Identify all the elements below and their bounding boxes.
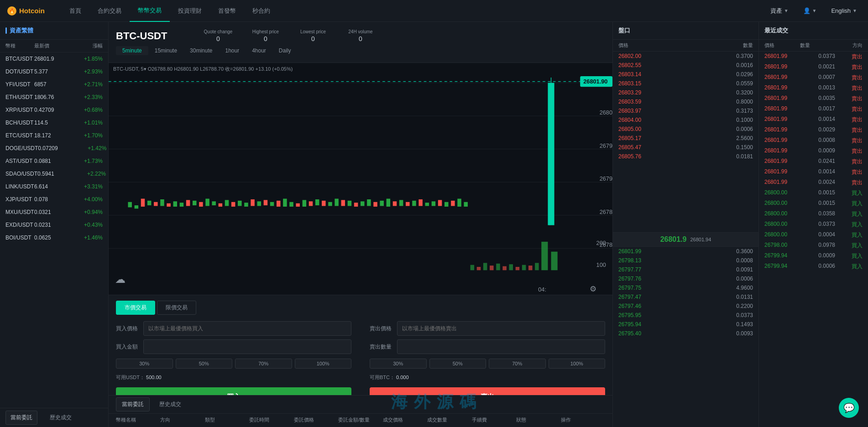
ob-sell-row[interactable]: 26803.97 0.3173 (613, 106, 758, 115)
fr-trade-row[interactable]: 26801.99 0.0373 賣出 (759, 52, 868, 62)
nav-link-首頁[interactable]: 首頁 (61, 0, 89, 22)
coin-row[interactable]: XJP/USDT 0.078 +4.00% (0, 193, 108, 206)
fr-trade-row[interactable]: 26800.00 0.0358 買入 (759, 209, 868, 219)
nav-link-投資理財[interactable]: 投資理財 (170, 0, 210, 22)
frcol-headers: 價格 數量 方向 (759, 40, 868, 52)
fr-trade-row[interactable]: 26798.00 0.0978 買入 (759, 240, 868, 251)
fr-trade-row[interactable]: 26799.94 0.0006 買入 (759, 261, 868, 272)
sidebar-bottom-tab-1[interactable]: 歷史成交 (45, 411, 77, 425)
account-menu[interactable]: 👤 ▼ (800, 5, 821, 16)
ob-buy-row[interactable]: 26797.46 0.2200 (613, 302, 758, 311)
svg-rect-82 (541, 242, 548, 270)
sell-pct-btn[interactable]: 70% (489, 359, 546, 369)
ob-sell-row[interactable]: 26803.59 0.8000 (613, 97, 758, 106)
ob-buy-row[interactable]: 26801.99 0.3600 (613, 247, 758, 256)
ob-buy-row[interactable]: 26797.47 0.0131 (613, 292, 758, 302)
nav-link-首發幣[interactable]: 首發幣 (210, 0, 244, 22)
logo[interactable]: 🔥 Hotcoin (7, 6, 48, 16)
coin-row[interactable]: DOGE/USDT 0.07209 +1.42% (0, 142, 108, 155)
trade-tab-限價交易[interactable]: 限價交易 (157, 301, 196, 315)
sell-pct-btn[interactable]: 100% (549, 359, 606, 369)
time-btn-Daily[interactable]: Daily (272, 46, 298, 55)
ob-sell-row[interactable]: 26804.00 0.1000 (613, 115, 758, 125)
coin-row[interactable]: EXD/USDT 0.0231 +0.43% (0, 219, 108, 231)
ob-buy-row[interactable]: 26798.13 0.0008 (613, 256, 758, 265)
sell-amount-input[interactable] (397, 339, 605, 354)
buy-pct-btn[interactable]: 100% (295, 359, 352, 369)
fr-trade-row[interactable]: 26799.94 0.0009 買入 (759, 251, 868, 261)
bottom-tab-1[interactable]: 歷史成交 (153, 397, 187, 411)
time-btn-30minute[interactable]: 30minute (183, 46, 219, 55)
ob-buy-row[interactable]: 26797.76 0.0006 (613, 274, 758, 283)
fr-trade-row[interactable]: 26801.99 0.0014 賣出 (759, 115, 868, 125)
nav-link-合約交易[interactable]: 合約交易 (89, 0, 130, 22)
time-btn-1hour[interactable]: 1hour (219, 46, 246, 55)
sell-pct-btn[interactable]: 30% (370, 359, 427, 369)
fr-trade-row[interactable]: 26801.99 0.0013 賣出 (759, 83, 868, 94)
buy-price-input[interactable] (143, 321, 351, 336)
sell-pct-btn[interactable]: 50% (429, 359, 486, 369)
coin-row[interactable]: XRP/USDT 0.42709 +0.68% (0, 104, 108, 116)
sell-price-input[interactable] (397, 321, 605, 336)
trade-tab-市價交易[interactable]: 市價交易 (116, 301, 155, 315)
ob-sell-row[interactable]: 26802.00 0.3700 (613, 52, 758, 61)
fr-trade-row[interactable]: 26801.99 0.0021 賣出 (759, 62, 868, 73)
time-btn-15minute[interactable]: 15minute (148, 46, 183, 55)
ob-buy-row[interactable]: 26795.95 0.0373 (613, 311, 758, 320)
trade-panel: 市價交易限價交易 買入價格 買入金額 30%50%70%100% 可用USDT： (109, 295, 612, 395)
fr-trade-row[interactable]: 26801.99 0.0035 賣出 (759, 94, 868, 104)
ob-sell-row[interactable]: 26805.47 0.1500 (613, 143, 758, 152)
fr-trade-row[interactable]: 26800.00 0.0004 買入 (759, 230, 868, 240)
ob-sell-row[interactable]: 26803.15 0.0559 (613, 79, 758, 88)
fr-trade-row[interactable]: 26801.99 0.0241 賣出 (759, 156, 868, 167)
bottom-tab-0[interactable]: 當前委託 (116, 397, 150, 411)
fr-trade-row[interactable]: 26800.00 0.0015 買入 (759, 198, 868, 209)
coin-row[interactable]: DOT/USDT 5.377 +2.93% (0, 65, 108, 78)
ob-sell-row[interactable]: 26805.00 0.0006 (613, 125, 758, 134)
coin-row[interactable]: BTC/USDT 26801.9 +1.85% (0, 52, 108, 65)
coin-row[interactable]: ETH/USDT 1806.76 +2.33% (0, 91, 108, 104)
trade-tabs: 市價交易限價交易 (116, 301, 605, 315)
coin-row[interactable]: BCH/USDT 114.5 +1.01% (0, 116, 108, 129)
sidebar-bottom-tab-0[interactable]: 當前委託 (5, 411, 37, 425)
coin-row[interactable]: MXU/USDT 0.0321 +0.94% (0, 206, 108, 219)
language-menu[interactable]: English ▼ (827, 5, 861, 16)
assets-menu[interactable]: 資產 ▼ (767, 5, 792, 17)
nav-link-幣幣交易[interactable]: 幣幣交易 (130, 0, 170, 22)
fr-list: 26801.99 0.0373 賣出 26801.99 0.0021 賣出 26… (759, 52, 868, 427)
ob-sell-row[interactable]: 26805.76 0.0181 (613, 152, 758, 161)
buy-pct-btn[interactable]: 50% (176, 359, 233, 369)
fr-trade-row[interactable]: 26801.99 0.0024 賣出 (759, 177, 868, 188)
ob-buy-row[interactable]: 26795.40 0.0093 (613, 329, 758, 338)
ob-buy-row[interactable]: 26797.75 4.9600 (613, 283, 758, 292)
fr-trade-row[interactable]: 26800.00 0.0015 買入 (759, 188, 868, 198)
fr-trade-row[interactable]: 26801.99 0.0008 賣出 (759, 135, 868, 146)
chat-bubble[interactable]: 💬 (839, 398, 859, 418)
fr-trade-row[interactable]: 26801.99 0.0029 賣出 (759, 125, 868, 135)
coin-row[interactable]: SDAO/USDT 0.5941 +2.22% (0, 167, 108, 180)
fr-trade-row[interactable]: 26801.99 0.0017 賣出 (759, 104, 868, 115)
sell-price-label: 賣出價格 (370, 325, 393, 333)
ob-sell-row[interactable]: 26803.29 0.3200 (613, 88, 758, 97)
fr-trade-row[interactable]: 26801.99 0.0009 賣出 (759, 146, 868, 156)
ob-sell-row[interactable]: 26803.14 0.0296 (613, 70, 758, 79)
time-btn-5minute[interactable]: 5minute (116, 46, 148, 55)
fr-trade-row[interactable]: 26800.00 0.0373 買入 (759, 219, 868, 230)
coin-row[interactable]: BOI/USDT 0.0625 +1.46% (0, 231, 108, 244)
ob-sell-row[interactable]: 26802.55 0.0016 (613, 61, 758, 70)
ob-sell-row[interactable]: 26805.17 2.5600 (613, 134, 758, 143)
time-btn-4hour[interactable]: 4hour (246, 46, 272, 55)
coin-row[interactable]: LINK/USDT 6.614 +3.31% (0, 180, 108, 193)
svg-rect-58 (425, 203, 429, 206)
fr-trade-row[interactable]: 26801.99 0.0007 賣出 (759, 73, 868, 83)
ob-buy-row[interactable]: 26797.77 0.0091 (613, 265, 758, 274)
coin-row[interactable]: AST/USDT 0.0881 +1.73% (0, 155, 108, 167)
ob-buy-row[interactable]: 26795.94 0.1493 (613, 320, 758, 329)
buy-amount-input[interactable] (143, 339, 351, 354)
buy-pct-btn[interactable]: 70% (235, 359, 292, 369)
coin-row[interactable]: ETC/USDT 18.172 +1.70% (0, 129, 108, 142)
fr-trade-row[interactable]: 26801.99 0.0014 賣出 (759, 167, 868, 177)
nav-link-秒合約[interactable]: 秒合約 (244, 0, 278, 22)
coin-row[interactable]: YFI/USDT 6857 +2.71% (0, 78, 108, 91)
buy-pct-btn[interactable]: 30% (116, 359, 173, 369)
